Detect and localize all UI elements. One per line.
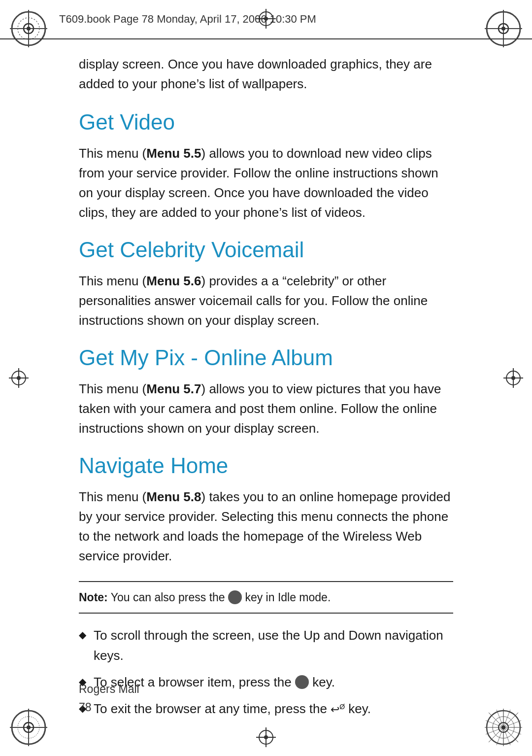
note-text: You can also press the bbox=[111, 591, 228, 604]
menu-ref-celebrity: Menu 5.6 bbox=[146, 274, 201, 288]
heading-get-celebrity-voicemail: Get Celebrity Voicemail bbox=[79, 238, 453, 262]
heading-get-my-pix: Get My Pix - Online Album bbox=[79, 345, 453, 370]
svg-point-28 bbox=[501, 725, 505, 729]
heading-navigate-home: Navigate Home bbox=[79, 453, 453, 478]
browser-key-icon bbox=[295, 675, 309, 689]
side-mark-left bbox=[9, 368, 29, 388]
body-get-video: This menu (Menu 5.5) allows you to downl… bbox=[79, 143, 453, 223]
menu-ref-pix: Menu 5.7 bbox=[146, 381, 201, 396]
body-get-my-pix: This menu (Menu 5.7) allows you to view … bbox=[79, 379, 453, 439]
note-text-2: key in Idle mode. bbox=[245, 591, 331, 604]
corner-mark-br bbox=[484, 708, 523, 747]
header-text: T609.book Page 78 Monday, April 17, 2006… bbox=[59, 13, 316, 26]
svg-point-44 bbox=[264, 735, 268, 739]
svg-point-15 bbox=[27, 725, 31, 729]
side-mark-right bbox=[503, 368, 523, 388]
body-get-celebrity-voicemail: This menu (Menu 5.6) provides a a “celeb… bbox=[79, 271, 453, 331]
corner-mark-bl bbox=[9, 708, 48, 747]
footer-page: 78 bbox=[79, 698, 139, 717]
menu-ref-home: Menu 5.8 bbox=[146, 489, 201, 504]
menu-ref-video: Menu 5.5 bbox=[146, 146, 201, 161]
note-label: Note: bbox=[79, 591, 108, 604]
bullet-item-1: To scroll through the screen, use the Up… bbox=[79, 625, 453, 665]
side-mark-bottom bbox=[256, 727, 276, 747]
page-header: T609.book Page 78 Monday, April 17, 2006… bbox=[0, 0, 532, 39]
body-navigate-home: This menu (Menu 5.8) takes you to an onl… bbox=[79, 487, 453, 566]
heading-get-video: Get Video bbox=[79, 110, 453, 135]
main-content: display screen. Once you have downloaded… bbox=[49, 39, 483, 697]
note-box: Note: You can also press the key in Idle… bbox=[79, 581, 453, 614]
svg-point-32 bbox=[17, 376, 21, 380]
svg-point-36 bbox=[511, 376, 515, 380]
footer-brand: Rogers Mall bbox=[79, 680, 139, 698]
intro-paragraph: display screen. Once you have downloaded… bbox=[79, 54, 453, 94]
page-footer: Rogers Mall 78 bbox=[79, 680, 139, 717]
exit-key-icon: ↩Ø bbox=[331, 703, 345, 716]
note-icon bbox=[228, 590, 242, 604]
